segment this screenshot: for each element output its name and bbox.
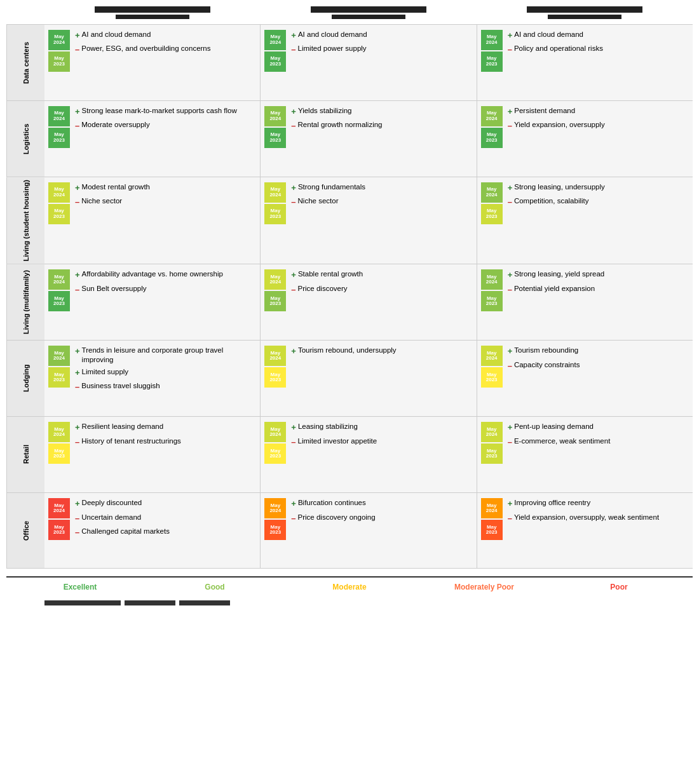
- bullet-6-1-0: +Bifurcation continues: [291, 498, 472, 510]
- header-bar-thin-2: [332, 15, 405, 19]
- main-container: Data centersMay2024May2023+AI and cloud …: [0, 0, 699, 605]
- cell-content-6-0: +Deeply discounted–Uncertain demand–Chal…: [75, 498, 256, 541]
- cell-content-5-2: +Pent-up leasing demand–E-commerce, weak…: [508, 422, 689, 450]
- bullet-sign-3-2-1: –: [508, 284, 512, 295]
- bullet-sign-2-1-0: +: [291, 182, 296, 194]
- bar-2023-1-1: May2023: [264, 128, 286, 148]
- bullet-sign-2-2-1: –: [508, 196, 512, 208]
- bullet-text-3-1-0: Stable rental growth: [298, 269, 363, 279]
- bullet-sign-4-0-2: –: [75, 381, 79, 393]
- cell-content-1-1: +Yields stabilizing–Rental growth normal…: [291, 106, 472, 134]
- bullet-3-2-0: +Strong leasing, yield spread: [508, 269, 689, 281]
- bullet-text-5-1-0: Leasing stabilizing: [298, 422, 358, 431]
- bullet-sign-6-1-1: –: [291, 513, 295, 524]
- cell-5-0: May2024May2023+Resilient leasing demand–…: [44, 417, 261, 492]
- bullet-text-0-1-0: AI and cloud demand: [298, 30, 367, 39]
- color-bars-1-2: May2024May2023: [481, 106, 504, 148]
- bar-2023-0-0: May2023: [48, 51, 70, 72]
- footer-bar-1: [44, 600, 121, 605]
- row-label-6: Office: [6, 493, 44, 568]
- bullet-sign-5-2-0: +: [508, 422, 513, 433]
- cells-5: May2024May2023+Resilient leasing demand–…: [44, 417, 693, 492]
- bar-2023-3-1: May2023: [264, 291, 286, 311]
- row-2: Living (student housing)May2024May2023+M…: [6, 177, 693, 264]
- row-label-1: Logistics: [6, 101, 44, 177]
- cells-6: May2024May2023+Deeply discounted–Uncerta…: [44, 493, 693, 568]
- bullet-sign-6-0-1: –: [75, 513, 79, 524]
- bullet-sign-4-0-0: +: [75, 346, 80, 357]
- bar-2023-5-1: May2023: [264, 443, 286, 464]
- bar-2024-6-0: May2024: [48, 498, 70, 518]
- bullet-sign-0-1-1: –: [291, 44, 295, 55]
- cell-3-0: May2024May2023+Affordability advantage v…: [44, 264, 261, 340]
- header-bar-thick-1: [95, 6, 211, 13]
- bar-2023-0-1: May2023: [264, 51, 286, 72]
- bar-2024-3-2: May2024: [481, 269, 503, 290]
- bar-2023-3-2: May2023: [481, 291, 503, 311]
- bullet-sign-6-2-1: –: [508, 513, 512, 524]
- bullet-text-4-1-0: Tourism rebound, undersupply: [298, 346, 397, 355]
- bullet-3-0-1: –Sun Belt oversupply: [75, 284, 256, 295]
- bullet-text-1-1-0: Yields stabilizing: [298, 106, 352, 116]
- bullet-text-3-0-1: Sun Belt oversupply: [81, 284, 146, 294]
- cell-0-0: May2024May2023+AI and cloud demand–Power…: [44, 25, 261, 100]
- bar-2024-6-1: May2024: [264, 498, 286, 518]
- bullet-sign-3-2-0: +: [508, 269, 513, 281]
- row-label-3: Living (multifamily): [6, 264, 44, 340]
- cell-0-2: May2024May2023+AI and cloud demand–Polic…: [477, 25, 693, 100]
- bullet-text-2-2-1: Competition, scalability: [514, 196, 589, 206]
- bullet-text-4-2-0: Tourism rebounding: [514, 346, 578, 355]
- bullet-5-2-1: –E-commerce, weak sentiment: [508, 436, 689, 448]
- bar-2024-5-2: May2024: [481, 422, 503, 442]
- color-bars-5-0: May2024May2023: [48, 422, 71, 464]
- row-0: Data centersMay2024May2023+AI and cloud …: [6, 24, 693, 100]
- bullet-4-1-0: +Tourism rebound, undersupply: [291, 346, 472, 357]
- bar-2024-1-1: May2024: [264, 106, 286, 126]
- bar-2024-4-1: May2024: [264, 346, 286, 366]
- bullet-sign-2-2-0: +: [508, 182, 513, 194]
- bullet-sign-2-0-1: –: [75, 196, 79, 208]
- bullet-1-2-1: –Yield expansion, oversupply: [508, 120, 689, 132]
- bullet-6-2-0: +Improving office reentry: [508, 498, 689, 510]
- bar-2023-0-2: May2023: [481, 51, 503, 72]
- bullet-2-1-1: –Niche sector: [291, 196, 472, 208]
- legend-label-0: Excellent: [64, 583, 97, 591]
- bullet-sign-6-0-0: +: [75, 498, 80, 510]
- header-bar-thick-2: [311, 6, 427, 13]
- bullet-sign-1-1-1: –: [291, 120, 295, 132]
- bar-2023-2-0: May2023: [48, 204, 70, 224]
- cell-content-0-2: +AI and cloud demand–Policy and operatio…: [508, 30, 689, 58]
- bullet-4-0-0: +Trends in leisure and corporate group t…: [75, 346, 256, 365]
- bullet-sign-2-0-0: +: [75, 182, 80, 194]
- color-bars-3-0: May2024May2023: [48, 269, 71, 311]
- footer-bar-3: [179, 600, 230, 605]
- cell-content-3-0: +Affordability advantage vs. home owners…: [75, 269, 256, 297]
- bullet-text-1-1-1: Rental growth normalizing: [298, 120, 383, 130]
- bullet-6-0-0: +Deeply discounted: [75, 498, 256, 510]
- color-bars-6-1: May2024May2023: [264, 498, 287, 540]
- bar-2024-0-0: May2024: [48, 30, 70, 50]
- color-bars-6-2: May2024May2023: [481, 498, 504, 540]
- bullet-text-6-1-1: Price discovery ongoing: [298, 513, 376, 522]
- bullet-sign-1-2-1: –: [508, 120, 512, 132]
- bullet-sign-1-0-1: –: [75, 120, 79, 132]
- bullet-sign-4-1-0: +: [291, 346, 296, 357]
- cells-3: May2024May2023+Affordability advantage v…: [44, 264, 693, 340]
- cell-4-1: May2024May2023+Tourism rebound, undersup…: [261, 341, 477, 416]
- bullet-text-4-2-1: Capacity constraints: [514, 360, 580, 370]
- cell-5-2: May2024May2023+Pent-up leasing demand–E-…: [477, 417, 693, 492]
- bullet-text-6-2-0: Improving office reentry: [514, 498, 590, 508]
- bullet-text-0-0-1: Power, ESG, and overbuilding concerns: [81, 44, 210, 53]
- bar-2023-5-2: May2023: [481, 443, 503, 464]
- bar-2024-5-1: May2024: [264, 422, 286, 442]
- bullet-1-2-0: +Persistent demand: [508, 106, 689, 118]
- cell-content-1-0: +Strong lease mark-to-market supports ca…: [75, 106, 256, 134]
- bullet-text-1-2-0: Persistent demand: [514, 106, 575, 116]
- header-bar-thin-1: [116, 15, 189, 19]
- row-label-2: Living (student housing): [6, 177, 44, 264]
- color-bars-1-0: May2024May2023: [48, 106, 71, 148]
- bullet-5-0-0: +Resilient leasing demand: [75, 422, 256, 433]
- bullet-text-6-2-1: Yield expansion, oversupply, weak sentim…: [514, 513, 659, 522]
- cells-2: May2024May2023+Modest rental growth–Nich…: [44, 177, 693, 264]
- bullet-text-3-2-0: Strong leasing, yield spread: [514, 269, 604, 279]
